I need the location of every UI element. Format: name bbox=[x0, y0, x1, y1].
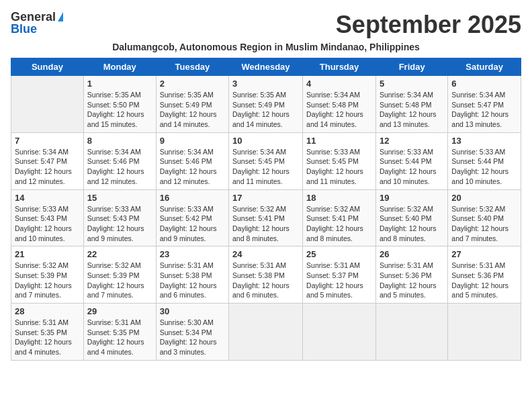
logo-triangle-icon bbox=[58, 12, 63, 21]
calendar-cell: 21Sunrise: 5:32 AM Sunset: 5:39 PM Dayli… bbox=[11, 246, 84, 304]
calendar-cell bbox=[229, 304, 303, 361]
calendar-week-row: 14Sunrise: 5:33 AM Sunset: 5:43 PM Dayli… bbox=[11, 189, 521, 246]
calendar-cell: 22Sunrise: 5:32 AM Sunset: 5:39 PM Dayli… bbox=[83, 246, 156, 304]
calendar-week-row: 1Sunrise: 5:35 AM Sunset: 5:50 PM Daylig… bbox=[11, 76, 521, 133]
cell-content: Sunrise: 5:33 AM Sunset: 5:43 PM Dayligh… bbox=[87, 204, 152, 244]
calendar-cell: 7Sunrise: 5:34 AM Sunset: 5:47 PM Daylig… bbox=[11, 132, 84, 189]
calendar-cell: 14Sunrise: 5:33 AM Sunset: 5:43 PM Dayli… bbox=[11, 189, 84, 246]
cell-content: Sunrise: 5:33 AM Sunset: 5:44 PM Dayligh… bbox=[380, 147, 444, 187]
day-number: 1 bbox=[87, 79, 152, 89]
cell-content: Sunrise: 5:31 AM Sunset: 5:35 PM Dayligh… bbox=[15, 318, 80, 357]
day-number: 29 bbox=[87, 306, 152, 316]
day-number: 26 bbox=[380, 249, 444, 259]
calendar-cell: 30Sunrise: 5:30 AM Sunset: 5:34 PM Dayli… bbox=[156, 304, 228, 361]
day-header-friday: Friday bbox=[375, 58, 447, 76]
cell-content: Sunrise: 5:32 AM Sunset: 5:41 PM Dayligh… bbox=[306, 204, 372, 244]
cell-content: Sunrise: 5:32 AM Sunset: 5:39 PM Dayligh… bbox=[87, 261, 152, 300]
logo-general-text: General bbox=[11, 11, 56, 23]
cell-content: Sunrise: 5:33 AM Sunset: 5:43 PM Dayligh… bbox=[15, 204, 80, 244]
calendar-cell: 15Sunrise: 5:33 AM Sunset: 5:43 PM Dayli… bbox=[83, 189, 156, 246]
days-header-row: SundayMondayTuesdayWednesdayThursdayFrid… bbox=[11, 58, 521, 76]
cell-content: Sunrise: 5:33 AM Sunset: 5:44 PM Dayligh… bbox=[451, 147, 517, 187]
calendar-cell bbox=[11, 76, 84, 133]
day-number: 14 bbox=[15, 193, 80, 203]
day-number: 8 bbox=[87, 136, 152, 146]
calendar-cell bbox=[448, 304, 521, 361]
calendar-cell: 27Sunrise: 5:31 AM Sunset: 5:36 PM Dayli… bbox=[448, 246, 521, 304]
calendar-cell: 23Sunrise: 5:31 AM Sunset: 5:38 PM Dayli… bbox=[156, 246, 228, 304]
cell-content: Sunrise: 5:32 AM Sunset: 5:40 PM Dayligh… bbox=[380, 204, 444, 244]
calendar-cell: 6Sunrise: 5:34 AM Sunset: 5:47 PM Daylig… bbox=[448, 76, 521, 133]
logo: General Blue bbox=[11, 11, 63, 35]
cell-content: Sunrise: 5:31 AM Sunset: 5:38 PM Dayligh… bbox=[232, 261, 299, 300]
cell-content: Sunrise: 5:32 AM Sunset: 5:41 PM Dayligh… bbox=[232, 204, 299, 244]
day-header-monday: Monday bbox=[83, 58, 156, 76]
cell-content: Sunrise: 5:31 AM Sunset: 5:36 PM Dayligh… bbox=[451, 261, 517, 300]
calendar-cell bbox=[375, 304, 447, 361]
cell-content: Sunrise: 5:31 AM Sunset: 5:38 PM Dayligh… bbox=[160, 261, 225, 300]
cell-content: Sunrise: 5:34 AM Sunset: 5:48 PM Dayligh… bbox=[306, 90, 372, 130]
calendar-cell: 11Sunrise: 5:33 AM Sunset: 5:45 PM Dayli… bbox=[303, 132, 376, 189]
day-number: 28 bbox=[15, 306, 80, 316]
cell-content: Sunrise: 5:31 AM Sunset: 5:35 PM Dayligh… bbox=[87, 318, 152, 357]
calendar-cell: 4Sunrise: 5:34 AM Sunset: 5:48 PM Daylig… bbox=[303, 76, 376, 133]
cell-content: Sunrise: 5:32 AM Sunset: 5:40 PM Dayligh… bbox=[451, 204, 517, 244]
cell-content: Sunrise: 5:32 AM Sunset: 5:39 PM Dayligh… bbox=[15, 261, 80, 300]
day-number: 27 bbox=[451, 249, 517, 259]
calendar-cell: 17Sunrise: 5:32 AM Sunset: 5:41 PM Dayli… bbox=[229, 189, 303, 246]
day-number: 13 bbox=[451, 136, 517, 146]
day-number: 23 bbox=[160, 249, 225, 259]
day-number: 20 bbox=[451, 193, 517, 203]
day-number: 24 bbox=[232, 249, 299, 259]
calendar-week-row: 21Sunrise: 5:32 AM Sunset: 5:39 PM Dayli… bbox=[11, 246, 521, 304]
day-number: 10 bbox=[232, 136, 299, 146]
calendar-cell: 25Sunrise: 5:31 AM Sunset: 5:37 PM Dayli… bbox=[303, 246, 376, 304]
day-number: 22 bbox=[87, 249, 152, 259]
day-number: 4 bbox=[306, 79, 372, 89]
calendar-week-row: 7Sunrise: 5:34 AM Sunset: 5:47 PM Daylig… bbox=[11, 132, 521, 189]
day-header-thursday: Thursday bbox=[303, 58, 376, 76]
page-header: General Blue September 2025 bbox=[11, 11, 521, 39]
cell-content: Sunrise: 5:34 AM Sunset: 5:47 PM Dayligh… bbox=[15, 147, 80, 187]
calendar-cell: 19Sunrise: 5:32 AM Sunset: 5:40 PM Dayli… bbox=[375, 189, 447, 246]
day-number: 7 bbox=[15, 136, 80, 146]
day-number: 12 bbox=[380, 136, 444, 146]
day-header-wednesday: Wednesday bbox=[229, 58, 303, 76]
calendar-cell: 29Sunrise: 5:31 AM Sunset: 5:35 PM Dayli… bbox=[83, 304, 156, 361]
calendar-cell: 1Sunrise: 5:35 AM Sunset: 5:50 PM Daylig… bbox=[83, 76, 156, 133]
cell-content: Sunrise: 5:33 AM Sunset: 5:42 PM Dayligh… bbox=[160, 204, 225, 244]
calendar-cell: 8Sunrise: 5:34 AM Sunset: 5:46 PM Daylig… bbox=[83, 132, 156, 189]
calendar-cell: 28Sunrise: 5:31 AM Sunset: 5:35 PM Dayli… bbox=[11, 304, 84, 361]
cell-content: Sunrise: 5:35 AM Sunset: 5:49 PM Dayligh… bbox=[160, 90, 225, 130]
cell-content: Sunrise: 5:31 AM Sunset: 5:37 PM Dayligh… bbox=[306, 261, 372, 300]
cell-content: Sunrise: 5:34 AM Sunset: 5:45 PM Dayligh… bbox=[232, 147, 299, 187]
day-number: 30 bbox=[160, 306, 225, 316]
day-number: 17 bbox=[232, 193, 299, 203]
calendar-cell: 18Sunrise: 5:32 AM Sunset: 5:41 PM Dayli… bbox=[303, 189, 376, 246]
calendar-cell: 2Sunrise: 5:35 AM Sunset: 5:49 PM Daylig… bbox=[156, 76, 228, 133]
cell-content: Sunrise: 5:30 AM Sunset: 5:34 PM Dayligh… bbox=[160, 318, 225, 357]
logo-blue-text: Blue bbox=[11, 23, 37, 35]
day-number: 18 bbox=[306, 193, 372, 203]
day-header-sunday: Sunday bbox=[11, 58, 84, 76]
day-number: 25 bbox=[306, 249, 372, 259]
day-number: 15 bbox=[87, 193, 152, 203]
calendar-cell: 5Sunrise: 5:34 AM Sunset: 5:48 PM Daylig… bbox=[375, 76, 447, 133]
cell-content: Sunrise: 5:34 AM Sunset: 5:48 PM Dayligh… bbox=[380, 90, 444, 130]
cell-content: Sunrise: 5:33 AM Sunset: 5:45 PM Dayligh… bbox=[306, 147, 372, 187]
calendar-cell: 16Sunrise: 5:33 AM Sunset: 5:42 PM Dayli… bbox=[156, 189, 228, 246]
cell-content: Sunrise: 5:34 AM Sunset: 5:47 PM Dayligh… bbox=[451, 90, 517, 130]
day-number: 9 bbox=[160, 136, 225, 146]
calendar-week-row: 28Sunrise: 5:31 AM Sunset: 5:35 PM Dayli… bbox=[11, 304, 521, 361]
day-number: 6 bbox=[451, 79, 517, 89]
cell-content: Sunrise: 5:35 AM Sunset: 5:50 PM Dayligh… bbox=[87, 90, 152, 130]
calendar-body: 1Sunrise: 5:35 AM Sunset: 5:50 PM Daylig… bbox=[11, 76, 521, 361]
day-number: 5 bbox=[380, 79, 444, 89]
calendar-header: SundayMondayTuesdayWednesdayThursdayFrid… bbox=[11, 58, 521, 76]
day-header-saturday: Saturday bbox=[448, 58, 521, 76]
cell-content: Sunrise: 5:35 AM Sunset: 5:49 PM Dayligh… bbox=[232, 90, 299, 130]
calendar-cell: 26Sunrise: 5:31 AM Sunset: 5:36 PM Dayli… bbox=[375, 246, 447, 304]
calendar-cell: 9Sunrise: 5:34 AM Sunset: 5:46 PM Daylig… bbox=[156, 132, 228, 189]
cell-content: Sunrise: 5:31 AM Sunset: 5:36 PM Dayligh… bbox=[380, 261, 444, 300]
month-title: September 2025 bbox=[336, 11, 521, 39]
